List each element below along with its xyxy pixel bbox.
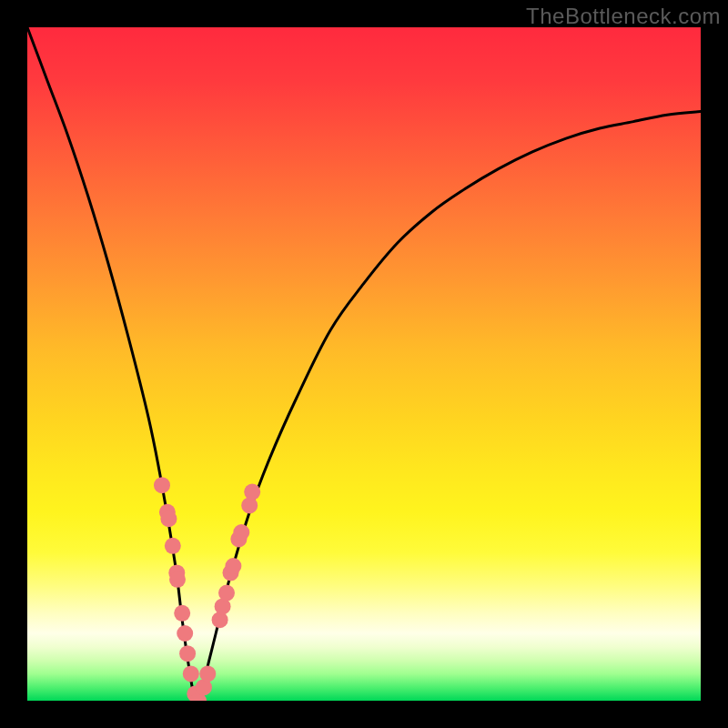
marker-dot (244, 484, 260, 500)
marker-dot (169, 571, 186, 588)
marker-dot (154, 477, 170, 493)
marker-dot (199, 665, 216, 682)
marker-dot (183, 665, 199, 682)
watermark-text: TheBottleneck.com (526, 4, 721, 29)
marker-dot (179, 645, 196, 662)
marker-dot (177, 625, 193, 642)
bottleneck-curve (27, 27, 701, 701)
plot-area (27, 27, 701, 701)
marker-dot (241, 497, 258, 513)
marker-cluster (154, 477, 260, 701)
marker-dot (212, 612, 228, 628)
marker-dot (165, 538, 181, 554)
chart-frame: TheBottleneck.com (0, 0, 728, 728)
marker-dot (218, 585, 235, 602)
curve-layer (27, 27, 701, 701)
marker-dot (160, 511, 177, 527)
marker-dot (233, 524, 249, 541)
marker-dot (225, 558, 241, 574)
bottleneck-curve-path (27, 27, 701, 701)
marker-dot (174, 605, 190, 622)
